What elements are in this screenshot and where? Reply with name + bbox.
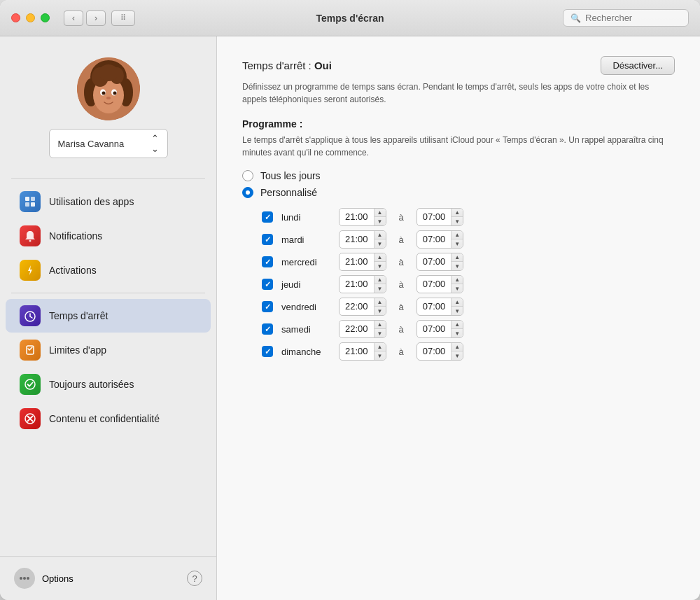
checkbox-vendredi[interactable] [262, 301, 273, 312]
checkbox-lundi[interactable] [262, 211, 273, 223]
end-time-up-mardi[interactable]: ▲ [451, 231, 463, 239]
end-time-down-jeudi[interactable]: ▼ [451, 284, 463, 293]
checkbox-jeudi[interactable] [262, 279, 273, 290]
radio-personnalise[interactable]: Personnalisé [242, 187, 675, 198]
start-time-up-mercredi[interactable]: ▲ [374, 253, 386, 262]
sidebar-item-contenu-confidentialite[interactable]: Contenu et confidentialité [6, 402, 211, 435]
start-time-lundi[interactable]: 21:00 ▲ ▼ [339, 208, 386, 226]
start-time-mardi[interactable]: 21:00 ▲ ▼ [339, 230, 386, 249]
avatar-section: Marisa Cavanna ⌃⌄ [0, 50, 216, 172]
desactiver-button[interactable]: Désactiver... [601, 56, 675, 75]
end-time-up-dimanche[interactable]: ▲ [451, 343, 463, 351]
start-time-samedi[interactable]: 22:00 ▲ ▼ [339, 320, 386, 338]
end-time-stepper-vendredi: ▲ ▼ [451, 298, 463, 315]
sidebar-item-toujours-autorisees[interactable]: Toujours autorisées [6, 368, 211, 401]
sidebar-item-notifications[interactable]: Notifications [6, 219, 211, 253]
start-time-vendredi[interactable]: 22:00 ▲ ▼ [339, 298, 386, 316]
help-button[interactable]: ? [187, 571, 202, 586]
checkbox-dimanche[interactable] [262, 346, 273, 357]
close-button[interactable] [11, 13, 20, 22]
end-time-stepper-mercredi: ▲ ▼ [451, 253, 463, 270]
start-time-down-vendredi[interactable]: ▼ [374, 307, 386, 315]
end-time-vendredi[interactable]: 07:00 ▲ ▼ [416, 298, 464, 316]
start-time-up-vendredi[interactable]: ▲ [374, 298, 386, 307]
svg-point-12 [99, 64, 118, 81]
end-time-mardi[interactable]: 07:00 ▲ ▼ [416, 230, 464, 249]
separator-jeudi: à [395, 279, 408, 290]
start-time-value-lundi: 21:00 [340, 208, 374, 226]
end-time-up-vendredi[interactable]: ▲ [451, 298, 463, 307]
dropdown-arrow-icon: ⌃⌄ [151, 133, 159, 154]
start-time-value-vendredi: 22:00 [340, 298, 374, 316]
start-time-dimanche[interactable]: 21:00 ▲ ▼ [339, 342, 386, 361]
radio-tous-les-jours[interactable]: Tous les jours [242, 170, 675, 181]
activations-label: Activations [49, 265, 97, 276]
day-label-lundi: lundi [281, 212, 330, 223]
sidebar-item-app-usage[interactable]: Utilisation des apps [6, 185, 211, 218]
maximize-button[interactable] [41, 13, 50, 22]
end-time-value-lundi: 07:00 [417, 208, 451, 226]
end-time-value-vendredi: 07:00 [417, 298, 451, 316]
end-time-down-vendredi[interactable]: ▼ [451, 307, 463, 315]
end-time-down-dimanche[interactable]: ▼ [451, 351, 463, 360]
sidebar-item-activations[interactable]: Activations [6, 253, 211, 287]
start-time-up-lundi[interactable]: ▲ [374, 209, 386, 217]
sidebar-item-limites-app[interactable]: Limites d'app [6, 333, 211, 367]
checkbox-mercredi[interactable] [262, 256, 273, 267]
end-time-jeudi[interactable]: 07:00 ▲ ▼ [416, 275, 464, 293]
svg-point-22 [23, 577, 26, 580]
temps-arret-icon [20, 305, 41, 326]
notifications-label: Notifications [49, 230, 102, 242]
checkbox-samedi[interactable] [262, 323, 273, 335]
schedule-row-dimanche: dimanche 21:00 ▲ ▼ à 07:00 ▲ ▼ [262, 342, 675, 361]
search-bar[interactable]: 🔍 [563, 9, 689, 27]
start-time-down-jeudi[interactable]: ▼ [374, 284, 386, 293]
search-input[interactable] [585, 13, 683, 23]
separator-mercredi: à [395, 257, 408, 267]
contenu-confidentialite-label: Contenu et confidentialité [49, 413, 160, 424]
start-time-up-mardi[interactable]: ▲ [374, 231, 386, 239]
sidebar-item-temps-arret[interactable]: Temps d'arrêt [6, 299, 211, 333]
forward-button[interactable]: › [86, 11, 106, 26]
nav-buttons: ‹ › ⠿ [64, 11, 135, 26]
start-time-down-dimanche[interactable]: ▼ [374, 351, 386, 360]
grid-button[interactable]: ⠿ [111, 11, 135, 26]
end-time-lundi[interactable]: 07:00 ▲ ▼ [416, 208, 464, 226]
end-time-up-jeudi[interactable]: ▲ [451, 276, 463, 284]
start-time-down-samedi[interactable]: ▼ [374, 329, 386, 337]
end-time-down-samedi[interactable]: ▼ [451, 329, 463, 337]
start-time-up-samedi[interactable]: ▲ [374, 321, 386, 329]
radio-circle-tous [242, 170, 253, 181]
start-time-value-mercredi: 21:00 [340, 253, 374, 271]
svg-point-9 [106, 97, 111, 99]
start-time-down-mardi[interactable]: ▼ [374, 239, 386, 248]
end-time-up-lundi[interactable]: ▲ [451, 209, 463, 217]
end-time-stepper-lundi: ▲ ▼ [451, 209, 463, 225]
schedule-row-vendredi: vendredi 22:00 ▲ ▼ à 07:00 ▲ ▼ [262, 298, 675, 316]
start-time-jeudi[interactable]: 21:00 ▲ ▼ [339, 275, 386, 293]
end-time-down-mardi[interactable]: ▼ [451, 239, 463, 248]
end-time-down-mercredi[interactable]: ▼ [451, 262, 463, 270]
start-time-up-jeudi[interactable]: ▲ [374, 276, 386, 284]
end-time-up-samedi[interactable]: ▲ [451, 321, 463, 329]
minimize-button[interactable] [26, 13, 35, 22]
traffic-lights [11, 13, 50, 22]
start-time-stepper-mardi: ▲ ▼ [374, 231, 386, 248]
start-time-down-lundi[interactable]: ▼ [374, 217, 386, 225]
checkbox-mardi[interactable] [262, 234, 273, 245]
options-button[interactable]: Options [14, 568, 74, 589]
back-button[interactable]: ‹ [64, 11, 83, 26]
right-panel: Temps d'arrêt : Oui Désactiver... Défini… [217, 36, 700, 600]
end-time-down-lundi[interactable]: ▼ [451, 217, 463, 225]
end-time-samedi[interactable]: 07:00 ▲ ▼ [416, 320, 464, 338]
toujours-autorisees-icon [20, 374, 41, 395]
end-time-up-mercredi[interactable]: ▲ [451, 253, 463, 262]
end-time-dimanche[interactable]: 07:00 ▲ ▼ [416, 342, 464, 361]
start-time-up-dimanche[interactable]: ▲ [374, 343, 386, 351]
start-time-mercredi[interactable]: 21:00 ▲ ▼ [339, 253, 386, 271]
start-time-down-mercredi[interactable]: ▼ [374, 262, 386, 270]
user-dropdown[interactable]: Marisa Cavanna ⌃⌄ [49, 129, 168, 158]
avatar-image [77, 57, 140, 120]
end-time-mercredi[interactable]: 07:00 ▲ ▼ [416, 253, 464, 271]
radio-label-personnalise: Personnalisé [260, 187, 317, 198]
